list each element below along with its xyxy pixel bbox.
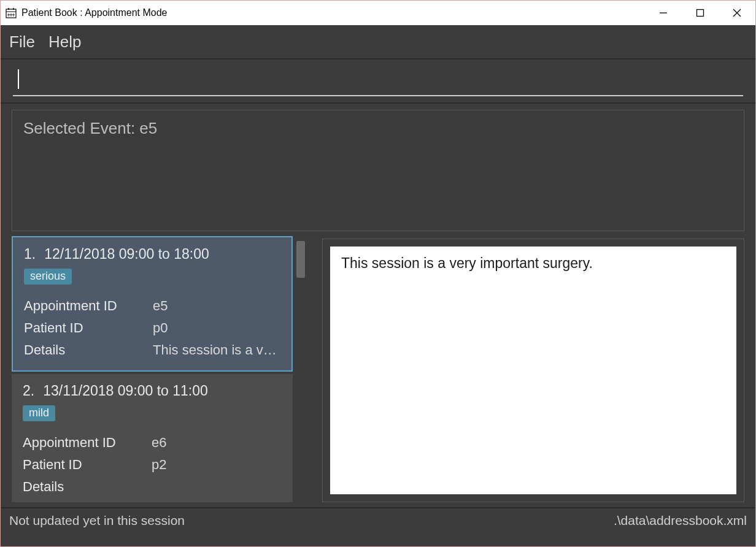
details-value: [152, 479, 283, 495]
titlebar: Patient Book : Appointment Mode: [1, 1, 755, 25]
patient-id-value: p2: [152, 457, 283, 473]
menu-help[interactable]: Help: [48, 33, 81, 52]
appointment-id-label: Appointment ID: [23, 435, 152, 451]
status-left: Not updated yet in this session: [9, 513, 185, 528]
appointment-daterange: 12/11/2018 09:00 to 18:00: [44, 246, 209, 262]
menu-file[interactable]: File: [9, 33, 35, 52]
patient-id-label: Patient ID: [23, 457, 152, 473]
close-button[interactable]: [719, 1, 755, 25]
status-right: .\data\addressbook.xml: [614, 513, 747, 528]
patient-id-value: p0: [153, 320, 282, 336]
window-title: Patient Book : Appointment Mode: [21, 7, 167, 18]
minimize-button[interactable]: [645, 1, 682, 25]
appointments-list: 1. 12/11/2018 09:00 to 18:00 serious App…: [12, 236, 305, 502]
calendar-icon: [6, 7, 17, 18]
scrollbar[interactable]: [296, 241, 305, 502]
patient-id-label: Patient ID: [24, 320, 153, 336]
appointment-daterange: 13/11/2018 09:00 to 11:00: [43, 383, 208, 399]
svg-rect-9: [697, 10, 704, 17]
menubar: File Help: [1, 25, 755, 59]
statusbar: Not updated yet in this session .\data\a…: [1, 507, 755, 533]
text-caret: [18, 69, 19, 89]
appointment-card[interactable]: 2. 13/11/2018 09:00 to 11:00 mild Appoin…: [12, 374, 293, 502]
appointment-id-label: Appointment ID: [24, 298, 153, 314]
appointment-index: 1.: [24, 246, 36, 262]
selected-event-text: Selected Event: e5: [23, 119, 157, 137]
details-label: Details: [24, 342, 153, 358]
details-label: Details: [23, 479, 152, 495]
appointment-id-value: e6: [152, 435, 283, 451]
appointment-id-value: e5: [153, 298, 282, 314]
detail-pane-frame: This session is a very important surgery…: [322, 239, 744, 502]
appointment-index: 2.: [23, 383, 34, 399]
command-input[interactable]: [13, 66, 743, 96]
severity-badge: serious: [24, 269, 72, 285]
maximize-button[interactable]: [682, 1, 719, 25]
selected-event-panel: Selected Event: e5: [12, 110, 744, 231]
command-row: [1, 59, 755, 104]
detail-pane: This session is a very important surgery…: [330, 247, 736, 494]
severity-badge: mild: [23, 405, 55, 421]
detail-text: This session is a very important surgery…: [341, 255, 593, 271]
appointment-card[interactable]: 1. 12/11/2018 09:00 to 18:00 serious App…: [12, 236, 293, 372]
scrollbar-thumb[interactable]: [296, 241, 305, 278]
details-value: This session is a very i...: [153, 342, 282, 358]
